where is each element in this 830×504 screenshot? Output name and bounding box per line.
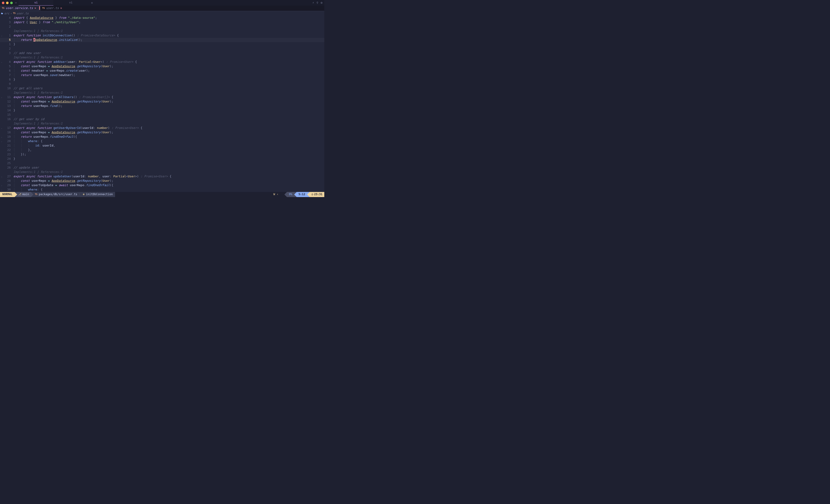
code-content[interactable]: Implements:1 | References:1	[12, 56, 62, 60]
code-content[interactable]: import { User } from "./entity/User";	[12, 20, 81, 25]
code-content[interactable]: // get all users	[12, 86, 42, 91]
breadcrumb-root[interactable]: src	[4, 11, 9, 15]
code-line[interactable]: 2	[0, 46, 324, 51]
fold-toggle[interactable]: ⌄	[0, 135, 3, 139]
code-line[interactable]: 15	[0, 113, 324, 117]
code-content[interactable]: }	[12, 77, 15, 82]
code-line[interactable]: 10// get all users	[0, 86, 324, 91]
settings-icon[interactable]: ⚙	[321, 1, 322, 5]
code-content[interactable]: // add new user	[12, 51, 41, 56]
code-content[interactable]: │ const userRepo = AppDataSource.getRepo…	[12, 179, 114, 183]
terminal-tab-2[interactable]: vi	[53, 0, 88, 6]
code-line[interactable]: 8}	[0, 77, 324, 82]
close-icon[interactable]: ✕	[34, 6, 36, 10]
code-line[interactable]: 5│ return AppDataSource.initialize();	[0, 38, 324, 42]
git-branch-segment[interactable]: ⎇ main	[17, 192, 31, 197]
code-line[interactable]: ⌄29│ const userToUpdate = await userRepo…	[0, 183, 324, 188]
code-line[interactable]: Implements:1 | References:1	[0, 56, 324, 60]
code-content[interactable]: export async function updateUser(userId:…	[12, 174, 171, 179]
code-line[interactable]: 23│ });	[0, 152, 324, 157]
code-line[interactable]: ⌄30│ │ where: {	[0, 188, 324, 192]
terminal-tab-1[interactable]: vi	[19, 0, 53, 6]
fold-toggle[interactable]: ⌄	[0, 183, 3, 187]
code-content[interactable]: export function initDbConnection() : Pro…	[12, 33, 119, 38]
new-tab-button[interactable]: +	[91, 0, 93, 5]
code-content[interactable]: export async function addUser(user: Part…	[12, 60, 137, 64]
close-icon[interactable]: ✕	[60, 6, 62, 10]
code-content[interactable]: │ return userRepo.findOneOrFail({	[12, 135, 77, 139]
code-content[interactable]: │ const userRepo = AppDataSource.getRepo…	[12, 130, 114, 135]
fold-toggle[interactable]: ⌄	[0, 96, 3, 99]
code-content[interactable]: export async function getUserByUserId(us…	[12, 126, 142, 130]
code-content[interactable]: │ return userRepo.save(newUser);	[12, 73, 75, 77]
code-content[interactable]: import { AppDataSource } from "./data-so…	[12, 16, 97, 20]
code-line[interactable]: ⌄19│ return userRepo.findOneOrFail({	[0, 135, 324, 139]
code-line[interactable]: 9	[0, 82, 324, 86]
code-line[interactable]: 18│ const userRepo = AppDataSource.getRe…	[0, 130, 324, 135]
code-line[interactable]: 28│ const userRepo = AppDataSource.getRe…	[0, 179, 324, 183]
minimize-window-button[interactable]	[6, 2, 8, 4]
code-line[interactable]: 14}	[0, 108, 324, 113]
code-line[interactable]: 21│ │ │ id: userId,	[0, 143, 324, 148]
fold-toggle[interactable]: ⌄	[0, 126, 3, 130]
code-content[interactable]: }	[12, 157, 15, 161]
code-content[interactable]: │ return userRepo.find();	[12, 104, 62, 108]
code-content[interactable]: }	[12, 42, 15, 46]
code-content[interactable]: // update user	[12, 166, 39, 170]
code-content[interactable]: │ });	[12, 152, 26, 157]
code-content[interactable]: Implements:1 | References:1	[12, 29, 62, 33]
code-content[interactable]: │ │ │ id: userId,	[12, 143, 55, 148]
code-content[interactable]: export async function getAllUsers() : Pr…	[12, 95, 114, 99]
code-editor[interactable]: 4import { AppDataSource } from "./data-s…	[0, 16, 324, 192]
fold-toggle[interactable]: ⌄	[0, 60, 3, 64]
editor-tab-user-service[interactable]: TS user.service.ts ✕	[0, 6, 39, 11]
code-content[interactable]: Implements:1 | References:1	[12, 91, 62, 95]
code-content[interactable]: │ const newUser = userRepo.create(user);	[12, 69, 90, 73]
code-line[interactable]: 24}	[0, 157, 324, 161]
close-window-button[interactable]	[2, 2, 4, 4]
code-line[interactable]: 6│ const newUser = userRepo.create(user)…	[0, 69, 324, 73]
code-content[interactable]: │ const userRepo = AppDataSource.getRepo…	[12, 64, 114, 69]
fold-toggle[interactable]: ⌄	[0, 175, 3, 178]
bulb-icon[interactable]: ♀	[316, 1, 318, 5]
code-line[interactable]: 5│ const userRepo = AppDataSource.getRep…	[0, 64, 324, 69]
code-line[interactable]: Implements:1 | References:1	[0, 170, 324, 174]
code-line[interactable]: 7│ return userRepo.save(newUser);	[0, 73, 324, 77]
code-line[interactable]: 25	[0, 161, 324, 166]
diagnostics-warning[interactable]: W ‹	[272, 193, 280, 196]
bolt-icon[interactable]: ⚡	[313, 1, 314, 5]
fold-toggle[interactable]: ⌄	[0, 188, 3, 192]
code-line[interactable]: 13│ return userRepo.find();	[0, 104, 324, 108]
code-line[interactable]: ⌄1export function initDbConnection() : P…	[0, 33, 324, 38]
code-content[interactable]: Implements:1 | References:1	[12, 170, 62, 174]
code-line[interactable]: 22│ │ },	[0, 148, 324, 152]
code-content[interactable]: │ │ where: {	[12, 139, 42, 143]
code-line[interactable]: Implements:1 | References:1	[0, 122, 324, 126]
code-content[interactable]: │ │ where: {	[12, 188, 42, 192]
code-line[interactable]: ⌄17export async function getUserByUserId…	[0, 126, 324, 130]
code-content[interactable]: // get user by id	[12, 117, 44, 122]
code-line[interactable]: 1}	[0, 42, 324, 46]
window-layout-icon[interactable]: ▭	[15, 1, 17, 5]
code-line[interactable]: Implements:1 | References:1	[0, 91, 324, 95]
breadcrumb-file[interactable]: user.ts	[17, 11, 29, 15]
code-line[interactable]: ⌄20│ │ where: {	[0, 139, 324, 143]
code-line[interactable]: 16// get user by id	[0, 117, 324, 122]
fold-toggle[interactable]: ⌄	[0, 34, 3, 37]
code-line[interactable]: 12│ const userRepo = AppDataSource.getRe…	[0, 99, 324, 104]
fold-toggle[interactable]: ⌄	[0, 140, 3, 143]
editor-tab-user[interactable]: TS user.ts ✕	[40, 6, 65, 11]
code-content[interactable]: }	[12, 108, 15, 113]
code-line[interactable]: ⌄4export async function addUser(user: Pa…	[0, 60, 324, 64]
code-line[interactable]: Implements:1 | References:1	[0, 29, 324, 33]
code-line[interactable]: 3// add new user	[0, 51, 324, 56]
code-content[interactable]: Implements:1 | References:1	[12, 122, 62, 126]
maximize-window-button[interactable]	[10, 2, 13, 4]
code-content[interactable]: │ const userRepo = AppDataSource.getRepo…	[12, 99, 114, 104]
code-content[interactable]: │ const userToUpdate = await userRepo.fi…	[12, 183, 114, 188]
code-line[interactable]: ⌄11export async function getAllUsers() :…	[0, 95, 324, 99]
code-line[interactable]: 3import { User } from "./entity/User";	[0, 20, 324, 25]
code-line[interactable]: 2	[0, 25, 324, 29]
code-content[interactable]: │ │ },	[12, 148, 32, 152]
code-content[interactable]: │ return AppDataSource.initialize();	[12, 38, 82, 42]
